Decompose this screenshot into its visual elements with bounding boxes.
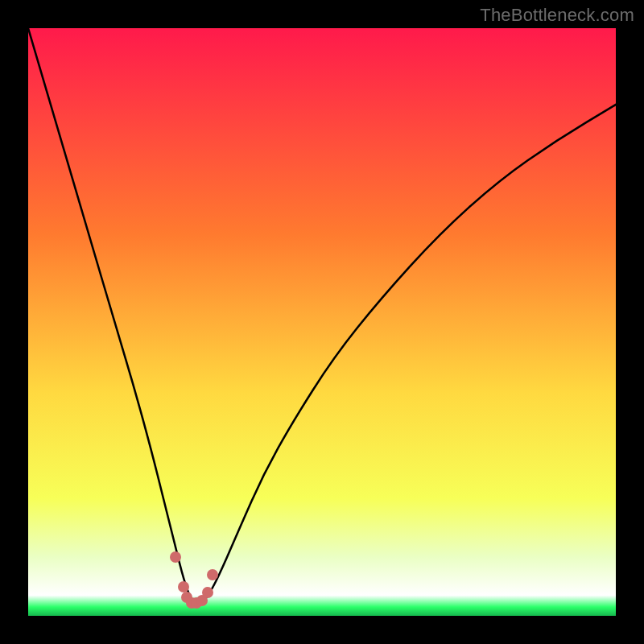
chart-frame: TheBottleneck.com — [0, 0, 644, 644]
watermark-text: TheBottleneck.com — [480, 5, 634, 26]
data-marker — [207, 569, 218, 580]
data-marker — [170, 551, 181, 563]
data-marker — [178, 581, 189, 592]
bottleneck-curve — [28, 28, 616, 616]
data-marker — [202, 587, 213, 598]
plot-area — [28, 28, 616, 616]
